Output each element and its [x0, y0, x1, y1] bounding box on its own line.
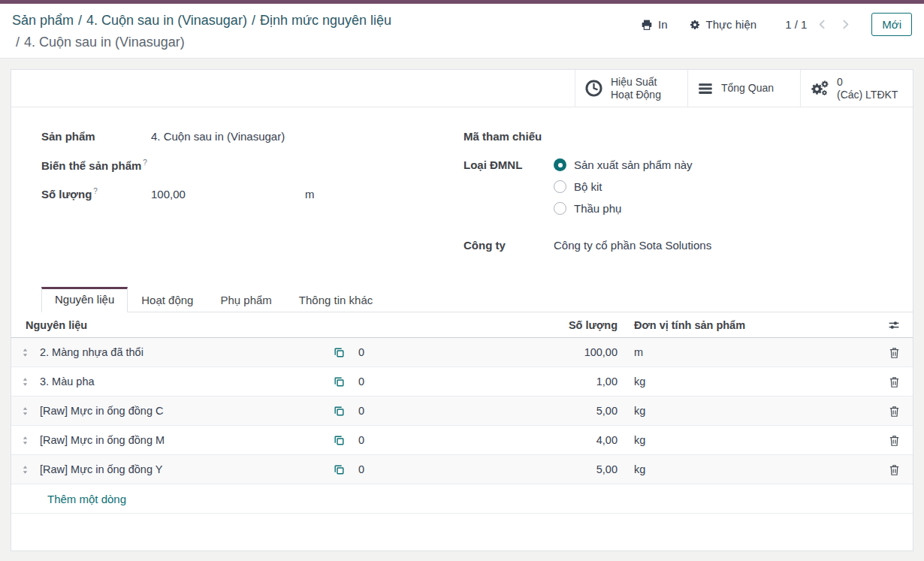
field-quantity-value[interactable]: 100,00	[151, 188, 305, 201]
component-row[interactable]: [Raw] Mực in ống đồng C 0 5,00 kg	[11, 397, 913, 426]
component-row[interactable]: 2. Màng nhựa đã thổi 0 100,00 m	[11, 338, 913, 367]
stat-button-eco[interactable]: 0 (Các) LTĐKT	[800, 70, 913, 107]
component-uom[interactable]: kg	[628, 376, 754, 388]
control-panel-actions: In Thực hiện 1 / 1 Mới	[639, 13, 912, 36]
stat-eco-label: 0 (Các) LTĐKT	[837, 76, 898, 101]
component-quantity[interactable]: 5,00	[399, 405, 628, 417]
breadcrumb-link-bom-list[interactable]: Định mức nguyên liệu	[260, 13, 391, 28]
component-count-cell: 0	[333, 405, 399, 418]
notebook-tab[interactable]: Phụ phẩm	[207, 288, 285, 312]
drag-handle[interactable]	[11, 435, 38, 446]
pager: 1 / 1	[785, 17, 853, 32]
column-header-component[interactable]: Nguyên liệu	[11, 319, 333, 331]
drag-handle-icon	[20, 376, 31, 388]
component-count-cell: 0	[333, 346, 399, 359]
component-quantity[interactable]: 1,00	[399, 376, 628, 388]
bom-type-option-label: Thầu phụ	[574, 202, 621, 215]
stat-oee-label: Hiệu Suất Hoạt Động	[611, 76, 661, 101]
list-icon	[697, 80, 714, 97]
notebook-tabs: Nguyên liệuHoạt độngPhụ phẩmThông tin kh…	[41, 287, 913, 312]
notebook-tab[interactable]: Hoạt động	[128, 288, 207, 312]
component-quantity[interactable]: 4,00	[399, 434, 628, 446]
copy-icon[interactable]	[333, 346, 346, 359]
optional-columns-button[interactable]	[875, 318, 913, 331]
copy-icon[interactable]	[333, 463, 346, 476]
component-name[interactable]: 3. Màu pha	[38, 376, 333, 388]
trash-icon	[888, 376, 901, 388]
component-name[interactable]: [Raw] Mực in ống đồng M	[38, 434, 333, 446]
field-product-value[interactable]: 4. Cuộn sau in (Vinasugar)	[151, 130, 285, 143]
form-card: Hiệu Suất Hoạt Động Tổng Quan 0 (Các) LT…	[11, 69, 913, 551]
field-company-value[interactable]: Công ty cổ phần Sota Solutions	[554, 239, 711, 252]
component-quantity[interactable]: 100,00	[399, 346, 628, 358]
bom-type-option-label: Sản xuất sản phẩm này	[574, 158, 693, 171]
component-quantity[interactable]: 5,00	[399, 463, 628, 475]
sliders-icon	[887, 318, 901, 332]
breadcrumb-link-product[interactable]: 4. Cuộn sau in (Vinasugar)	[86, 13, 247, 28]
delete-row-button[interactable]	[875, 434, 913, 447]
bom-type-option[interactable]: Bộ kit	[554, 180, 693, 193]
trash-icon	[888, 346, 901, 359]
stat-button-oee[interactable]: Hiệu Suất Hoạt Động	[575, 70, 687, 107]
component-name[interactable]: [Raw] Mực in ống đồng Y	[38, 463, 333, 475]
radio-selected-icon[interactable]	[554, 158, 566, 171]
drag-handle[interactable]	[11, 464, 38, 475]
print-button[interactable]: In	[639, 15, 669, 34]
chevron-left-icon	[816, 18, 829, 31]
component-count: 0	[358, 463, 364, 475]
copy-icon[interactable]	[333, 434, 346, 447]
component-uom[interactable]: m	[628, 346, 754, 358]
notebook-tab[interactable]: Thông tin khác	[285, 288, 386, 312]
breadcrumb-link-products[interactable]: Sản phẩm	[12, 13, 74, 28]
copy-icon[interactable]	[333, 376, 346, 388]
form-sheet: Sản phẩm 4. Cuộn sau in (Vinasugar) Biến…	[11, 107, 913, 287]
delete-row-button[interactable]	[875, 405, 913, 418]
delete-row-button[interactable]	[875, 463, 913, 476]
component-uom[interactable]: kg	[628, 463, 754, 475]
breadcrumb-line-2: /4. Cuộn sau in (Vinasugar)	[12, 32, 391, 53]
column-header-quantity[interactable]: Số lượng	[399, 319, 628, 331]
print-button-label: In	[658, 18, 668, 31]
drag-handle-icon	[20, 435, 31, 446]
component-row[interactable]: [Raw] Mực in ống đồng M 0 4,00 kg	[11, 426, 913, 455]
breadcrumb-line-1: Sản phẩm/4. Cuộn sau in (Vinasugar)/Định…	[12, 10, 391, 32]
drag-handle[interactable]	[11, 376, 38, 388]
copy-icon[interactable]	[333, 405, 346, 418]
delete-row-button[interactable]	[875, 346, 913, 359]
component-row[interactable]: [Raw] Mực in ống đồng Y 0 5,00 kg	[11, 455, 913, 484]
pager-previous-button[interactable]	[814, 17, 830, 32]
notebook-tab[interactable]: Nguyên liệu	[41, 287, 128, 312]
drag-handle-icon	[20, 464, 31, 475]
field-variant: Biến thể sản phẩm?	[41, 158, 464, 174]
bom-type-option[interactable]: Sản xuất sản phẩm này	[554, 158, 693, 171]
components-table-footer: Thêm một dòng	[11, 484, 913, 514]
component-uom[interactable]: kg	[628, 405, 754, 417]
stat-overview-label: Tổng Quan	[721, 82, 774, 95]
bom-type-radio-group: Sản xuất sản phẩm nàyBộ kitThầu phụ	[554, 158, 693, 224]
component-count-cell: 0	[333, 376, 399, 388]
field-reference: Mã tham chiếu	[464, 130, 883, 146]
component-row[interactable]: 3. Màu pha 0 1,00 kg	[11, 367, 913, 397]
component-count: 0	[358, 346, 364, 358]
action-menu-button[interactable]: Thực hiện	[687, 15, 759, 34]
pager-next-button[interactable]	[838, 17, 853, 32]
radio-icon[interactable]	[554, 180, 566, 193]
bom-type-option[interactable]: Thầu phụ	[554, 202, 693, 215]
form-column-right: Mã tham chiếu Loại ĐMNL Sản xuất sản phẩ…	[464, 130, 883, 267]
component-count-cell: 0	[333, 434, 399, 447]
add-line-button[interactable]: Thêm một dòng	[11, 493, 399, 505]
component-name[interactable]: 2. Màng nhựa đã thổi	[38, 346, 333, 358]
field-product-label: Sản phẩm	[41, 130, 151, 143]
drag-handle[interactable]	[11, 347, 38, 358]
field-company: Công ty Công ty cổ phần Sota Solutions	[464, 239, 883, 255]
breadcrumb: Sản phẩm/4. Cuộn sau in (Vinasugar)/Định…	[12, 10, 391, 53]
column-header-uom[interactable]: Đơn vị tính sản phẩm	[628, 319, 754, 331]
stat-button-overview[interactable]: Tổng Quan	[687, 70, 800, 107]
component-name[interactable]: [Raw] Mực in ống đồng C	[38, 405, 333, 417]
radio-icon[interactable]	[554, 202, 566, 215]
delete-row-button[interactable]	[875, 376, 913, 388]
new-record-button[interactable]: Mới	[871, 13, 912, 36]
component-uom[interactable]: kg	[628, 434, 754, 446]
gears-icon	[810, 80, 829, 98]
drag-handle[interactable]	[11, 406, 38, 417]
